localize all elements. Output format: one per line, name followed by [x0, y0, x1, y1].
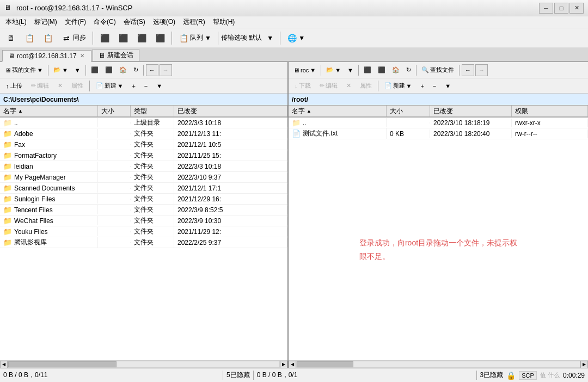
left-col-type[interactable]: 类型 — [131, 106, 174, 116]
right-view-btn-2[interactable]: ⬛ — [375, 64, 388, 77]
list-item[interactable]: 📁..2022/3/10 18:18:19rwxr-xr-x — [289, 118, 588, 128]
left-edit-btn[interactable]: ✏ 编辑 — [27, 80, 53, 92]
globe-icon: 🌐 — [287, 33, 297, 43]
transfer-dropdown[interactable]: ▼ — [263, 30, 277, 46]
toolbar-btn-3[interactable]: 📋 — [39, 30, 57, 46]
right-hscroll[interactable]: ◀ ▶ — [289, 360, 588, 368]
right-edit-btn[interactable]: ✏ 编辑 — [316, 80, 341, 92]
list-item[interactable]: 📁Fax文件夹2021/12/1 10:5 — [0, 139, 287, 150]
right-scroll-thumb[interactable] — [297, 361, 353, 367]
right-home-btn[interactable]: 🏠 — [389, 64, 402, 77]
left-myfiles-btn[interactable]: 🖥 我的文件 ▼ — [2, 64, 46, 77]
toolbar-icon-7: ⬛ — [155, 33, 165, 43]
list-item[interactable]: 📁WeChat Files文件夹2022/3/9 10:30 — [0, 215, 287, 226]
left-scroll-left[interactable]: ◀ — [0, 361, 8, 368]
toolbar-btn-6[interactable]: ⬛ — [133, 30, 150, 46]
toolbar-btn-2[interactable]: 📋 — [21, 30, 38, 46]
right-scroll-track[interactable] — [296, 361, 580, 368]
toolbar-btn-1[interactable]: 🖥 — [2, 30, 20, 46]
menu-command[interactable]: 命令(C) — [90, 17, 119, 27]
left-col-size[interactable]: 大小 — [98, 106, 131, 116]
tab-session-1[interactable]: 🖥 root@192.168.31.17 ✕ — [2, 50, 91, 62]
toolbar-btn-globe[interactable]: 🌐 ▼ — [283, 30, 309, 46]
right-new-btn[interactable]: 📄 新建 ▼ — [381, 80, 416, 92]
right-remove-btn[interactable]: − — [429, 80, 440, 92]
menu-local[interactable]: 本地(L) — [2, 17, 30, 27]
right-delete-btn[interactable]: ✕ — [342, 80, 355, 92]
right-back-btn[interactable]: ← — [462, 64, 474, 76]
download-btn[interactable]: ↓ 下载 — [291, 80, 315, 92]
left-file-list[interactable]: 📁..上级目录2022/3/3 10:18📁Adobe文件夹2021/12/13… — [0, 118, 287, 360]
left-col-modified[interactable]: 已改变 — [174, 106, 287, 116]
right-add-btn[interactable]: + — [416, 80, 427, 92]
right-filter-btn[interactable]: ▼ — [345, 64, 356, 77]
left-delete-btn[interactable]: ✕ — [54, 80, 66, 92]
right-forward-btn[interactable]: → — [475, 64, 488, 76]
watermark-area: 值 什么 — [540, 371, 560, 379]
minimize-button[interactable]: ─ — [539, 3, 553, 14]
left-pane: 🖥 我的文件 ▼ 📂 ▼ ▼ ⬛ ⬛ 🏠 ↻ — [0, 62, 289, 368]
list-item[interactable]: 📁Tencent Files文件夹2022/3/9 8:52:5 — [0, 205, 287, 215]
right-open-btn[interactable]: 📂 ▼ — [323, 64, 344, 77]
list-item[interactable]: 📁Youku Files文件夹2021/11/29 12: — [0, 226, 287, 237]
list-item[interactable]: 📁..上级目录2022/3/3 10:18 — [0, 118, 287, 128]
left-filter-btn[interactable]: ▼ — [72, 64, 83, 77]
left-view-btn-1[interactable]: ⬛ — [88, 64, 101, 77]
right-properties-btn[interactable]: 属性 — [356, 80, 376, 92]
left-more-btn[interactable]: ▼ — [152, 80, 166, 92]
tab-icon-new: 🖥 — [99, 52, 105, 59]
upload-btn[interactable]: ↑ 上传 — [2, 80, 26, 92]
right-file-list[interactable]: 📁..2022/3/10 18:18:19rwxr-xr-x📄测试文件.txt0… — [289, 118, 588, 139]
left-scroll-right[interactable]: ▶ — [280, 361, 287, 368]
list-item[interactable]: 📁My PageManager文件夹2022/3/10 9:37 — [0, 172, 287, 183]
close-button[interactable]: ✕ — [569, 3, 584, 14]
left-new-btn[interactable]: 📄 新建 ▼ — [92, 80, 127, 92]
left-view-btn-2[interactable]: ⬛ — [102, 64, 115, 77]
maximize-button[interactable]: □ — [554, 3, 568, 14]
left-remove-btn[interactable]: − — [140, 80, 151, 92]
toolbar-btn-4[interactable]: ⬛ — [96, 30, 113, 46]
left-scroll-track[interactable] — [8, 361, 280, 368]
right-server-btn[interactable]: 🖥 roc ▼ — [291, 64, 318, 77]
left-home-btn[interactable]: 🏠 — [117, 64, 130, 77]
left-add-btn[interactable]: + — [128, 80, 139, 92]
right-col-permissions[interactable]: 权限 — [512, 106, 588, 116]
left-col-name[interactable]: 名字 ▲ — [0, 106, 98, 116]
tab-close-1[interactable]: ✕ — [79, 53, 85, 59]
sync-button[interactable]: ⇄ 同步 — [58, 30, 90, 46]
left-refresh-btn[interactable]: ↻ — [131, 64, 141, 77]
tab-new-session[interactable]: 🖥 新建会话 — [93, 49, 139, 61]
left-open-btn[interactable]: 📂 ▼ — [51, 64, 71, 77]
menu-session[interactable]: 会话(S) — [120, 17, 149, 27]
list-item[interactable]: 📄测试文件.txt0 KB2022/3/10 18:20:40rw-r--r-- — [289, 128, 588, 139]
right-refresh-btn[interactable]: ↻ — [403, 64, 414, 77]
list-item[interactable]: 📁腾讯影视库文件夹2022/2/25 9:37 — [0, 237, 287, 248]
right-col-name[interactable]: 名字 ▲ — [289, 106, 387, 116]
right-search-btn[interactable]: 🔍 查找文件 — [419, 64, 457, 77]
menu-remote[interactable]: 远程(R) — [180, 17, 209, 27]
right-scroll-left[interactable]: ◀ — [289, 361, 296, 368]
right-more-btn[interactable]: ▼ — [441, 80, 455, 92]
tab-icon-1: 🖥 — [8, 52, 15, 60]
list-item[interactable]: 📁Adobe文件夹2021/12/13 11: — [0, 128, 287, 139]
toolbar-btn-7[interactable]: ⬛ — [151, 30, 169, 46]
list-item[interactable]: 📁Sunlogin Files文件夹2021/12/29 16: — [0, 194, 287, 205]
menu-mark[interactable]: 标记(M) — [31, 17, 60, 27]
menu-help[interactable]: 帮助(H) — [210, 17, 238, 27]
list-item[interactable]: 📁FormatFactory文件夹2021/11/25 15: — [0, 150, 287, 161]
menu-options[interactable]: 选项(O) — [150, 17, 179, 27]
left-scroll-thumb[interactable] — [8, 361, 117, 367]
right-scroll-right[interactable]: ▶ — [580, 361, 588, 368]
left-back-btn[interactable]: ← — [146, 64, 158, 76]
list-item[interactable]: 📁leidian文件夹2022/3/3 10:18 — [0, 161, 287, 172]
toolbar-btn-5[interactable]: ⬛ — [114, 30, 132, 46]
left-properties-btn[interactable]: 属性 — [68, 80, 87, 92]
menu-file[interactable]: 文件(F) — [62, 17, 89, 27]
left-forward-btn[interactable]: → — [160, 64, 172, 76]
list-item[interactable]: 📁Scanned Documents文件夹2021/12/1 17:1 — [0, 183, 287, 194]
right-col-size[interactable]: 大小 — [387, 106, 430, 116]
queue-button[interactable]: 📋 队列 ▼ — [175, 30, 215, 46]
right-col-modified[interactable]: 已改变 — [430, 106, 512, 116]
left-hscroll[interactable]: ◀ ▶ — [0, 360, 287, 368]
right-view-btn-1[interactable]: ⬛ — [361, 64, 374, 77]
